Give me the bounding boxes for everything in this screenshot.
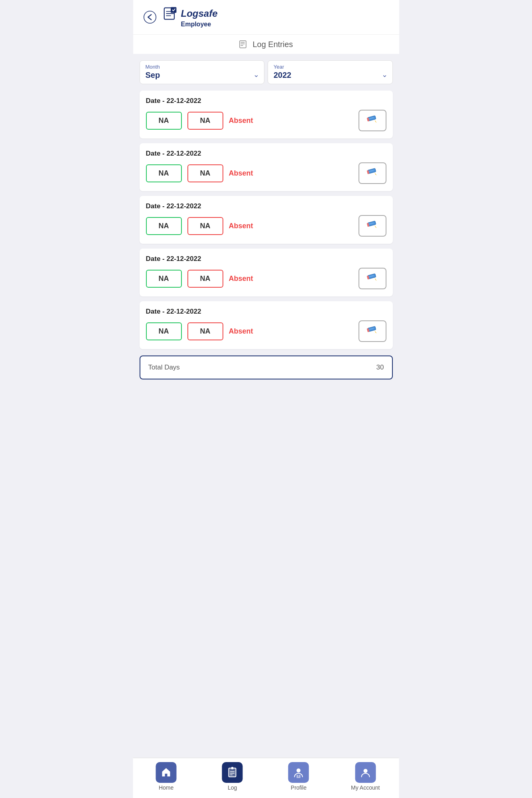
pencil-icon — [365, 167, 380, 179]
check-in-badge: NA — [146, 112, 182, 130]
entry-row: NA NA Absent — [146, 268, 386, 289]
entry-row: NA NA Absent — [146, 162, 386, 184]
entry-card: Date - 22-12-2022 NA NA Absent — [140, 249, 393, 296]
year-filter[interactable]: Year 2022 ⌄ — [268, 60, 393, 84]
status-absent: Absent — [229, 117, 353, 125]
entry-card: Date - 22-12-2022 NA NA Absent — [140, 196, 393, 244]
entries-area: Date - 22-12-2022 NA NA Absent Date - 22… — [133, 87, 399, 352]
check-in-badge: NA — [146, 164, 182, 182]
month-filter[interactable]: Month Sep ⌄ — [140, 60, 265, 84]
entry-date: Date - 22-12-2022 — [146, 150, 386, 158]
check-in-badge: NA — [146, 322, 182, 340]
svg-marker-16 — [374, 225, 376, 228]
pencil-icon — [365, 325, 380, 337]
check-out-badge: NA — [187, 322, 223, 340]
check-in-badge: NA — [146, 217, 182, 235]
entry-date: Date - 22-12-2022 — [146, 308, 386, 316]
pencil-icon — [365, 273, 380, 284]
status-absent: Absent — [229, 169, 353, 178]
check-out-badge: NA — [187, 217, 223, 235]
entry-date: Date - 22-12-2022 — [146, 202, 386, 210]
status-absent: Absent — [229, 222, 353, 230]
entry-date: Date - 22-12-2022 — [146, 97, 386, 105]
svg-rect-2 — [171, 7, 176, 13]
edit-button[interactable] — [359, 268, 386, 289]
month-value: Sep — [146, 71, 259, 80]
edit-button[interactable] — [359, 162, 386, 184]
logo-area: Logsafe Employee — [164, 6, 218, 28]
pencil-icon — [365, 115, 380, 126]
month-chevron-icon: ⌄ — [253, 70, 259, 79]
entry-row: NA NA Absent — [146, 320, 386, 342]
pencil-icon — [365, 220, 380, 232]
status-absent: Absent — [229, 275, 353, 283]
year-chevron-icon: ⌄ — [382, 70, 388, 79]
entry-date: Date - 22-12-2022 — [146, 255, 386, 263]
edit-button[interactable] — [359, 215, 386, 237]
svg-rect-3 — [240, 41, 246, 48]
page-title: Log Entries — [252, 40, 293, 49]
check-out-badge: NA — [187, 164, 223, 182]
year-label: Year — [274, 64, 387, 70]
log-entries-icon — [239, 40, 248, 49]
check-out-badge: NA — [187, 112, 223, 130]
total-days-label: Total Days — [148, 363, 180, 371]
total-days-value: 30 — [376, 363, 384, 371]
logo-text: Logsafe — [181, 8, 218, 19]
filter-row: Month Sep ⌄ Year 2022 ⌄ — [140, 60, 393, 84]
entry-row: NA NA Absent — [146, 110, 386, 131]
back-button[interactable] — [141, 8, 159, 26]
year-value: 2022 — [274, 71, 387, 80]
check-out-badge: NA — [187, 270, 223, 288]
check-in-badge: NA — [146, 270, 182, 288]
page-title-bar: Log Entries — [133, 34, 399, 54]
edit-button[interactable] — [359, 320, 386, 342]
svg-marker-20 — [374, 278, 376, 280]
month-label: Month — [146, 64, 259, 70]
svg-marker-24 — [374, 330, 376, 333]
header: Logsafe Employee — [133, 0, 399, 34]
entry-row: NA NA Absent — [146, 215, 386, 237]
entry-card: Date - 22-12-2022 NA NA Absent — [140, 301, 393, 349]
svg-marker-8 — [374, 120, 376, 122]
logo-sub: Employee — [181, 21, 211, 28]
edit-button[interactable] — [359, 110, 386, 131]
svg-marker-12 — [374, 172, 376, 175]
svg-point-0 — [144, 11, 156, 23]
entry-card: Date - 22-12-2022 NA NA Absent — [140, 143, 393, 191]
total-days-box: Total Days 30 — [140, 356, 393, 379]
entry-card: Date - 22-12-2022 NA NA Absent — [140, 91, 393, 138]
status-absent: Absent — [229, 327, 353, 336]
logo-icon — [164, 6, 178, 21]
